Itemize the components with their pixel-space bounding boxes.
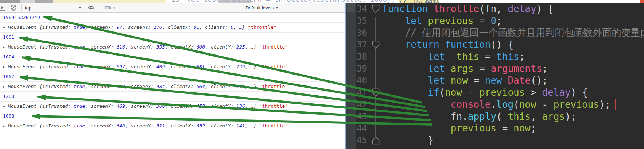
object-preview: MouseEvent {isTrusted: true, screenX: 46… (8, 103, 259, 109)
console-log-number: 1200 (0, 92, 345, 102)
console-toolbar: top ▼ Filter Default levels ▼ (0, 3, 345, 13)
code-text: previous = now; (382, 123, 644, 134)
editor-gutter-strip (346, 3, 356, 149)
line-number: 44 (356, 123, 369, 133)
code-line: 35 let previous = 0; (356, 15, 644, 27)
logged-number: 1024 (3, 54, 14, 60)
fold-gutter (369, 74, 382, 87)
line-number: 41 (356, 87, 369, 98)
code-line: 34function throttle(fn, delay) { (356, 3, 644, 15)
line-number: 37 (356, 39, 369, 50)
filter-input[interactable]: Filter (105, 3, 116, 12)
expand-triangle-icon[interactable]: ▶ (3, 23, 8, 32)
code-line: 36 // 使用闭包返回一个函数并且用到闭包函数外面的变量previous (356, 27, 644, 39)
logged-string: "throttle" (248, 24, 276, 30)
code-line: 38 let _this = this; (356, 51, 644, 63)
logged-number: 1008 (3, 113, 14, 119)
console-log-event[interactable]: ▶MouseEvent {isTrusted: true, screenX: 4… (0, 102, 345, 111)
object-preview: MouseEvent {isTrusted: true, screenX: 97… (8, 24, 248, 30)
expand-triangle-icon[interactable]: ▶ (3, 62, 8, 72)
devtools-console-panel: top ▼ Filter Default levels ▼ 1569153261… (0, 3, 345, 149)
console-log-event[interactable]: ▶MouseEvent {isTrusted: true, screenX: 6… (0, 62, 345, 72)
console-output: 1569153261249▶MouseEvent {isTrusted: tru… (0, 13, 345, 131)
screenshot-root: 19 let testThrottleFn = throttle(testThr… (0, 0, 644, 149)
line-number: 45 (356, 135, 369, 145)
code-text: let _this = this; (382, 51, 644, 62)
line-number: 34 (356, 4, 369, 14)
expand-triangle-icon[interactable]: ▶ (3, 102, 8, 111)
object-preview: MouseEvent {isTrusted: true, screenX: 58… (8, 84, 259, 89)
code-text: // 使用闭包返回一个函数并且用到闭包函数外面的变量previous (382, 26, 644, 39)
logged-string: "throttle" (259, 123, 288, 129)
line-number: 43 (356, 111, 369, 122)
logged-string: "throttle" (259, 44, 288, 50)
code-text: let now = new Date(); (382, 75, 644, 86)
expand-triangle-icon[interactable]: ▶ (3, 82, 8, 91)
logged-string: "throttle" (259, 64, 288, 69)
default-levels-label: Default levels (245, 5, 274, 11)
chevron-down-icon: ▼ (78, 6, 82, 9)
source-comment-highlight: // 节流函数 (399, 0, 439, 3)
code-line: 42 console.log(now - previous); (356, 99, 644, 111)
fold-gutter (369, 122, 382, 134)
console-log-event[interactable]: ▶MouseEvent {isTrusted: true, screenX: 6… (0, 121, 345, 131)
fold-gutter (369, 15, 382, 27)
highlight-box: console.log(now - previous); (435, 99, 616, 110)
code-line: 40 let now = new Date(); (356, 74, 644, 87)
code-text: if(now - previous > delay) { (382, 87, 644, 98)
code-line: 39 let args = arguments; (356, 62, 644, 74)
frame-selector-dropdown[interactable]: top ▼ (25, 3, 82, 12)
logged-number: 1007 (3, 74, 14, 79)
console-log-number: 1569153261249 (0, 13, 345, 23)
fold-gutter (369, 99, 382, 111)
line-number: 42 (356, 99, 369, 110)
fold-gutter (369, 110, 382, 122)
window-edge-segment (35, 0, 53, 3)
code-line: 41 if(now - previous > delay) { (356, 87, 644, 99)
clear-console-button[interactable] (10, 3, 17, 12)
console-log-number: 1007 (0, 72, 345, 82)
code-editor-panel: 34function throttle(fn, delay) {35 let p… (346, 3, 644, 149)
code-text: } (382, 135, 644, 146)
scrollbar-thumb[interactable] (347, 3, 355, 12)
line-number: 38 (356, 51, 369, 62)
line-number: 40 (356, 75, 369, 85)
console-log-number: 1008 (0, 111, 345, 121)
fold-marker[interactable] (369, 39, 382, 51)
fold-marker[interactable] (369, 87, 382, 99)
code-line: 44 previous = now; (356, 122, 644, 134)
fold-marker[interactable] (369, 134, 382, 146)
code-text: let args = arguments; (382, 63, 644, 74)
live-expression-eye-button[interactable] (88, 3, 95, 12)
console-log-number: 1024 (0, 52, 345, 62)
line-number: 35 (356, 16, 369, 26)
selection-highlight-segment (53, 0, 166, 3)
console-log-event[interactable]: ▶MouseEvent {isTrusted: true, screenX: 5… (0, 82, 345, 92)
code-text: fn.apply(_this, args); (382, 111, 644, 122)
code-line: 43 fn.apply(_this, args); (356, 110, 644, 122)
fold-marker[interactable] (369, 3, 382, 15)
code-line: 45 } (356, 134, 644, 146)
console-log-event[interactable]: ▶MouseEvent {isTrusted: true, screenX: 6… (0, 42, 345, 52)
logged-number: 1001 (3, 34, 14, 40)
console-log-event[interactable]: ▶MouseEvent {isTrusted: true, screenX: 9… (0, 23, 345, 33)
sources-line-strip: 19 let testThrottleFn = throttle(testThr… (0, 0, 644, 3)
error-stripe-mark (640, 0, 644, 3)
console-log-number: 1001 (0, 33, 345, 42)
code-text: return function() { (382, 39, 644, 50)
fold-gutter (369, 62, 382, 74)
default-levels-dropdown[interactable]: Default levels ▼ (245, 3, 279, 12)
object-preview: MouseEvent {isTrusted: true, screenX: 64… (8, 123, 259, 129)
window-edge-segment (20, 0, 35, 3)
source-code-text: let testThrottleFn = throttle(testThrott… (187, 0, 395, 3)
editor-lines: 34function throttle(fn, delay) {35 let p… (356, 3, 644, 146)
code-text: console.log(now - previous); (382, 99, 644, 110)
window-edge-segment (0, 0, 20, 3)
expand-triangle-icon[interactable]: ▶ (3, 42, 8, 52)
logged-string: "throttle" (259, 103, 288, 109)
expand-triangle-icon[interactable]: ▶ (3, 121, 8, 131)
object-preview: MouseEvent {isTrusted: true, screenX: 69… (8, 64, 259, 69)
logged-number: 1200 (3, 93, 14, 99)
dock-side-icon[interactable] (0, 3, 6, 12)
fold-gutter (369, 51, 382, 63)
